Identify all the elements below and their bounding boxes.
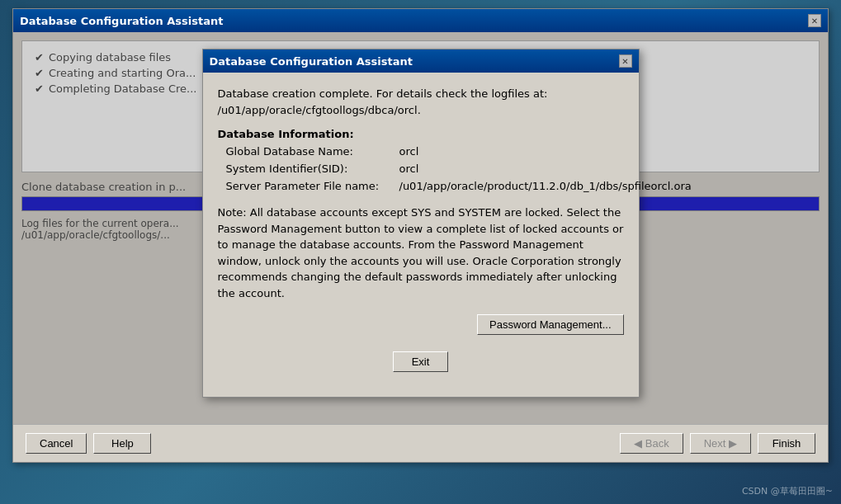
db-field-key-2: System Identifier(SID):: [226, 161, 399, 178]
inner-dialog-title: Database Configuration Assistant: [210, 55, 413, 68]
inner-dialog: Database Configuration Assistant ✕ Datab…: [202, 49, 640, 398]
db-info-section: Database Information: Global Database Na…: [218, 128, 624, 195]
outer-close-button[interactable]: ✕: [808, 14, 821, 27]
outer-titlebar: Database Configuration Assistant ✕: [13, 9, 828, 32]
dialog-buttons: Password Management...: [218, 314, 624, 335]
exit-button[interactable]: Exit: [393, 351, 449, 372]
db-info-row-3: Server Parameter File name: /u01/app/ora…: [226, 178, 624, 195]
inner-close-button[interactable]: ✕: [619, 54, 632, 68]
watermark: CSDN @草莓田田圈~: [742, 485, 833, 497]
db-info-header: Database Information:: [218, 128, 624, 140]
note-text: Note: All database accounts except SYS a…: [218, 205, 624, 301]
completion-message: Database creation complete. For details …: [218, 86, 624, 118]
db-info-table: Global Database Name: orcl System Identi…: [218, 144, 624, 195]
outer-window-title: Database Configuration Assistant: [20, 15, 223, 27]
db-info-row-2: System Identifier(SID): orcl: [226, 161, 624, 178]
db-field-val-1: orcl: [399, 144, 419, 161]
db-info-row-1: Global Database Name: orcl: [226, 144, 624, 161]
completion-message-line1: Database creation complete. For details …: [218, 87, 548, 100]
dialog-body: Database creation complete. For details …: [203, 73, 639, 397]
db-field-key-3: Server Parameter File name:: [226, 178, 399, 195]
outer-content: ✔ Copying database files ✔ Creating and …: [13, 32, 828, 462]
bottom-toolbar: Cancel Help ◀ Back Next ▶ Finish: [13, 424, 828, 462]
db-field-val-2: orcl: [399, 161, 419, 178]
finish-button[interactable]: Finish: [758, 433, 815, 454]
outer-window: Database Configuration Assistant ✕ ✔ Cop…: [12, 8, 829, 463]
back-button[interactable]: ◀ Back: [620, 433, 683, 454]
password-management-button[interactable]: Password Management...: [477, 314, 623, 335]
db-field-val-3: /u01/app/oracle/product/11.2.0/db_1/dbs/…: [399, 178, 692, 195]
completion-message-path: /u01/app/oracle/cfgtoollogs/dbca/orcl.: [218, 102, 624, 119]
help-button[interactable]: Help: [93, 433, 151, 454]
dialog-footer: Exit: [218, 345, 624, 384]
db-field-key-1: Global Database Name:: [226, 144, 399, 161]
desktop: CENTOS 7 CSDN @草莓田田圈~ Database Configura…: [0, 0, 841, 504]
cancel-button[interactable]: Cancel: [26, 433, 87, 454]
inner-titlebar: Database Configuration Assistant ✕: [203, 49, 639, 73]
next-button[interactable]: Next ▶: [690, 433, 751, 454]
modal-overlay: Database Configuration Assistant ✕ Datab…: [13, 32, 828, 424]
